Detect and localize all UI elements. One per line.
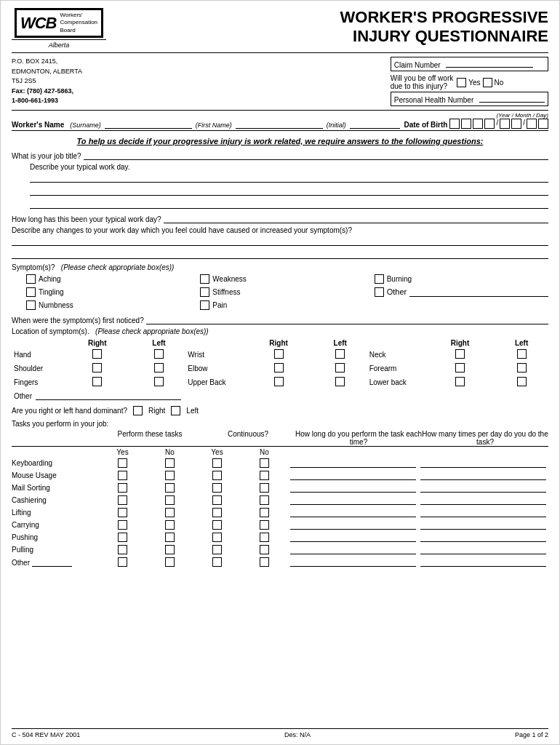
- burning-checkbox[interactable]: [375, 274, 384, 284]
- lifting-how-many[interactable]: [420, 508, 546, 517]
- hand-left-cb[interactable]: [154, 349, 164, 359]
- lifting-no-cb[interactable]: [165, 508, 175, 517]
- mail-cont-no-cb[interactable]: [260, 483, 269, 493]
- hand-right-cb[interactable]: [92, 349, 102, 359]
- mouse-cont-yes-cb[interactable]: [212, 471, 222, 480]
- pulling-how-long[interactable]: [290, 545, 416, 554]
- pain-checkbox[interactable]: [200, 300, 209, 310]
- other-task-no-cb[interactable]: [165, 557, 175, 567]
- cashiering-how-long[interactable]: [290, 495, 416, 505]
- pushing-no-cb[interactable]: [165, 533, 175, 542]
- keyboarding-how-long[interactable]: [290, 458, 416, 468]
- when-symptoms-field[interactable]: [146, 314, 548, 324]
- aching-checkbox[interactable]: [26, 274, 36, 284]
- wrist-left-cb[interactable]: [335, 349, 345, 359]
- pushing-cont-no-cb[interactable]: [260, 533, 269, 542]
- carrying-yes-cb[interactable]: [118, 520, 127, 530]
- carrying-cont-no-cb[interactable]: [260, 520, 269, 530]
- dominant-right-checkbox[interactable]: [133, 406, 143, 415]
- fingers-right-cb[interactable]: [92, 377, 102, 386]
- pulling-cont-no-cb[interactable]: [260, 545, 269, 554]
- pulling-no-cb[interactable]: [165, 545, 175, 554]
- mouse-cont-no-cb[interactable]: [260, 471, 269, 480]
- dob-month-2[interactable]: [511, 119, 521, 129]
- yes-checkbox[interactable]: [457, 78, 466, 87]
- fingers-left-cb[interactable]: [154, 377, 164, 386]
- initial-field[interactable]: [350, 119, 401, 129]
- lifting-cont-yes-cb[interactable]: [212, 508, 222, 517]
- mail-yes-cb[interactable]: [118, 483, 127, 493]
- dob-month-1[interactable]: [500, 119, 510, 129]
- pulling-how-many[interactable]: [420, 545, 546, 554]
- other-symptom-field[interactable]: [409, 287, 548, 297]
- carrying-cont-yes-cb[interactable]: [212, 520, 222, 530]
- keyboarding-cont-no-cb[interactable]: [260, 458, 269, 468]
- lifting-how-long[interactable]: [290, 508, 416, 517]
- how-long-workday-field[interactable]: [164, 213, 548, 223]
- dob-year-3[interactable]: [473, 119, 483, 129]
- keyboarding-no-cb[interactable]: [165, 458, 175, 468]
- dob-day-2[interactable]: [538, 119, 548, 129]
- upper-back-left-cb[interactable]: [335, 377, 345, 386]
- changes-line1[interactable]: [12, 236, 548, 246]
- mouse-how-long[interactable]: [290, 471, 416, 480]
- cashiering-cont-yes-cb[interactable]: [212, 495, 222, 505]
- forearm-left-cb[interactable]: [517, 363, 527, 372]
- dob-year-4[interactable]: [484, 119, 495, 129]
- wrist-right-cb[interactable]: [274, 349, 284, 359]
- mouse-yes-cb[interactable]: [118, 471, 127, 480]
- describe-workday-line1[interactable]: [30, 172, 548, 183]
- shoulder-left-cb[interactable]: [154, 363, 164, 372]
- cashiering-no-cb[interactable]: [165, 495, 175, 505]
- other-location-field[interactable]: [36, 391, 181, 400]
- mail-no-cb[interactable]: [165, 483, 175, 493]
- lower-back-left-cb[interactable]: [517, 377, 527, 386]
- keyboarding-how-many[interactable]: [420, 458, 546, 468]
- stiffness-checkbox[interactable]: [200, 287, 209, 297]
- pushing-cont-yes-cb[interactable]: [212, 533, 222, 542]
- other-symptom-checkbox[interactable]: [375, 287, 384, 297]
- mail-how-long[interactable]: [290, 483, 416, 493]
- other-task-how-many[interactable]: [420, 557, 546, 567]
- mouse-no-cb[interactable]: [165, 471, 175, 480]
- lifting-cont-no-cb[interactable]: [260, 508, 269, 517]
- mouse-how-many[interactable]: [420, 471, 546, 480]
- other-task-how-long[interactable]: [290, 557, 416, 567]
- describe-workday-line3[interactable]: [30, 199, 548, 209]
- other-task-yes-cb[interactable]: [118, 557, 127, 567]
- upper-back-right-cb[interactable]: [274, 377, 284, 386]
- shoulder-right-cb[interactable]: [92, 363, 102, 372]
- cashiering-how-many[interactable]: [420, 495, 546, 505]
- forearm-right-cb[interactable]: [455, 363, 465, 372]
- neck-right-cb[interactable]: [455, 349, 465, 359]
- cashiering-yes-cb[interactable]: [118, 495, 127, 505]
- mail-how-many[interactable]: [420, 483, 546, 493]
- dob-day-1[interactable]: [527, 119, 537, 129]
- carrying-no-cb[interactable]: [165, 520, 175, 530]
- pushing-how-many[interactable]: [420, 533, 546, 542]
- cashiering-cont-no-cb[interactable]: [260, 495, 269, 505]
- elbow-right-cb[interactable]: [274, 363, 284, 372]
- other-task-cont-no-cb[interactable]: [260, 557, 269, 567]
- neck-left-cb[interactable]: [517, 349, 527, 359]
- pushing-how-long[interactable]: [290, 533, 416, 542]
- carrying-how-many[interactable]: [420, 520, 546, 530]
- describe-workday-line2[interactable]: [30, 186, 548, 196]
- dominant-left-checkbox[interactable]: [171, 406, 180, 415]
- no-checkbox[interactable]: [483, 78, 492, 87]
- pulling-yes-cb[interactable]: [118, 545, 127, 554]
- firstname-field[interactable]: [236, 119, 323, 129]
- changes-line2[interactable]: [12, 249, 548, 259]
- other-task-name-field[interactable]: [32, 557, 72, 567]
- other-task-cont-yes-cb[interactable]: [212, 557, 222, 567]
- weakness-checkbox[interactable]: [200, 274, 209, 284]
- mail-cont-yes-cb[interactable]: [212, 483, 222, 493]
- numbness-checkbox[interactable]: [26, 300, 36, 310]
- carrying-how-long[interactable]: [290, 520, 416, 530]
- elbow-left-cb[interactable]: [335, 363, 345, 372]
- lifting-yes-cb[interactable]: [118, 508, 127, 517]
- lower-back-right-cb[interactable]: [455, 377, 465, 386]
- keyboarding-yes-cb[interactable]: [118, 458, 127, 468]
- surname-field[interactable]: [105, 119, 192, 129]
- pushing-yes-cb[interactable]: [118, 533, 127, 542]
